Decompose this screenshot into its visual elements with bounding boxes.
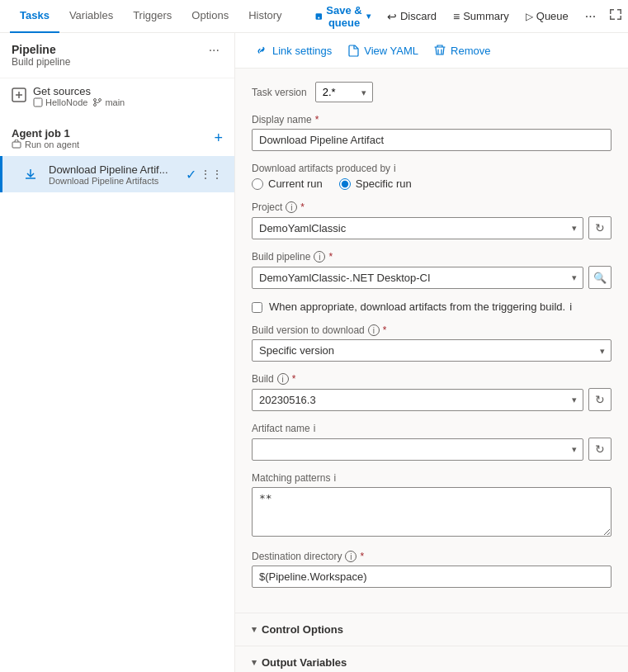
radio-group: Current run Specific run	[252, 177, 611, 190]
download-artifacts-info-icon[interactable]: i	[394, 163, 396, 174]
remove-button[interactable]: Remove	[427, 40, 497, 61]
discard-button[interactable]: ↩ Discard	[380, 6, 443, 27]
get-sources-meta: HelloNode main	[33, 97, 125, 107]
radio-current-run-input[interactable]	[252, 178, 263, 190]
artifact-name-refresh-button[interactable]: ↻	[588, 438, 611, 461]
view-yaml-button[interactable]: View YAML	[340, 40, 425, 61]
download-artifacts-row: Download artifacts produced by i Current…	[252, 163, 611, 190]
task-version-select[interactable]: 2.*	[315, 82, 373, 102]
task-icon	[19, 163, 42, 186]
build-pipeline-dropdown-wrapper: DemoYamlClassic-.NET Desktop-CI ▾	[252, 267, 583, 289]
display-name-input[interactable]	[252, 129, 611, 151]
artifact-name-dropdown-wrapper: ▾	[252, 438, 583, 461]
task-version-select-wrapper: 2.*	[315, 82, 373, 102]
build-pipeline-info-icon[interactable]: i	[314, 251, 325, 263]
expand-button[interactable]	[602, 4, 628, 28]
build-refresh-icon: ↻	[595, 393, 605, 406]
save-icon	[315, 10, 323, 23]
more-actions-button[interactable]: ···	[578, 5, 602, 28]
agent-job-header: Agent job 1 Run on agent +	[0, 121, 234, 156]
get-sources-label: Get sources	[33, 85, 125, 97]
artifact-name-info-icon[interactable]: i	[314, 423, 316, 434]
triggering-build-label: When appropriate, download artifacts fro…	[269, 301, 572, 313]
project-refresh-button[interactable]: ↻	[588, 216, 611, 239]
triggering-build-row: When appropriate, download artifacts fro…	[252, 301, 611, 313]
build-label: Build i	[252, 373, 611, 385]
top-nav: Tasks Variables Triggers Options History…	[0, 0, 628, 33]
queue-button[interactable]: ▷ Queue	[519, 6, 575, 26]
artifact-name-refresh-icon: ↻	[595, 442, 605, 456]
tab-triggers[interactable]: Triggers	[123, 0, 182, 33]
task-name: Download Pipeline Artif...	[49, 163, 179, 176]
radio-current-run[interactable]: Current run	[252, 177, 323, 190]
task-drag-icon[interactable]: ⋮⋮	[200, 168, 223, 181]
matching-patterns-info-icon[interactable]: i	[333, 472, 336, 484]
tab-variables[interactable]: Variables	[59, 0, 123, 33]
project-label: Project i	[252, 201, 611, 213]
project-refresh-icon: ↻	[595, 221, 605, 234]
build-version-info-icon[interactable]: i	[368, 324, 380, 336]
build-pipeline-select[interactable]: DemoYamlClassic-.NET Desktop-CI	[252, 267, 583, 289]
project-row: Project i DemoYamlClassic ▾ ↻	[252, 201, 611, 239]
expand-icon	[609, 8, 622, 21]
summary-icon: ≡	[453, 10, 460, 23]
agent-icon	[12, 140, 21, 149]
triggering-build-info-icon[interactable]: i	[569, 301, 572, 313]
build-pipeline-row: Build pipeline i DemoYamlClassic-.NET De…	[252, 251, 611, 289]
get-sources-branch: main	[92, 97, 125, 107]
destination-dir-row: Destination directory i	[252, 551, 611, 588]
task-version-label: Task version	[252, 87, 307, 98]
pipeline-subtitle: Build pipeline	[12, 56, 70, 68]
destination-dir-info-icon[interactable]: i	[345, 551, 356, 562]
build-pipeline-dropdown-row: DemoYamlClassic-.NET Desktop-CI ▾ 🔍	[252, 266, 611, 289]
left-panel: Pipeline Build pipeline ··· Get sources …	[0, 33, 235, 672]
download-pipeline-icon	[23, 167, 38, 182]
build-dropdown-wrapper: 20230516.3 ▾	[252, 389, 583, 411]
artifact-name-row: Artifact name i ▾ ↻	[252, 423, 611, 461]
pipeline-more-button[interactable]: ···	[205, 43, 223, 58]
display-name-label: Display name	[252, 114, 611, 125]
branch-icon	[92, 97, 102, 107]
task-subtitle: Download Pipeline Artifacts	[49, 176, 179, 186]
build-version-dropdown-wrapper: Specific version ▾	[252, 339, 611, 362]
project-dropdown-wrapper: DemoYamlClassic ▾	[252, 217, 583, 239]
radio-specific-run-input[interactable]	[339, 178, 351, 190]
link-settings-button[interactable]: Link settings	[248, 40, 338, 61]
radio-specific-run[interactable]: Specific run	[339, 177, 412, 190]
build-refresh-button[interactable]: ↻	[588, 388, 611, 411]
pipeline-title: Pipeline	[12, 43, 70, 56]
build-pipeline-search-button[interactable]: 🔍	[588, 266, 611, 289]
add-task-button[interactable]: +	[214, 130, 223, 147]
destination-dir-input[interactable]	[252, 566, 611, 588]
build-pipeline-label: Build pipeline i	[252, 251, 611, 263]
task-action-icons: ✓ ⋮⋮	[186, 167, 223, 182]
save-queue-button[interactable]: Save & queue ▾	[309, 0, 377, 33]
project-select[interactable]: DemoYamlClassic	[252, 217, 583, 239]
agent-job-sub: Run on agent	[12, 140, 79, 149]
control-options-label: Control Options	[262, 623, 343, 636]
tab-options[interactable]: Options	[182, 0, 238, 33]
build-info-icon[interactable]: i	[277, 373, 289, 385]
discard-icon: ↩	[387, 10, 397, 23]
project-info-icon[interactable]: i	[286, 201, 297, 213]
control-options-section[interactable]: ▾ Control Options	[235, 613, 628, 646]
svg-point-3	[99, 99, 102, 102]
get-sources-repo: HelloNode	[33, 97, 87, 107]
form-area: Task version 2.* Display name Download a…	[235, 69, 628, 613]
summary-button[interactable]: ≡ Summary	[446, 6, 516, 27]
triggering-build-checkbox[interactable]	[252, 302, 262, 313]
svg-rect-5	[12, 142, 21, 148]
output-variables-section[interactable]: ▾ Output Variables	[235, 646, 628, 672]
project-dropdown-row: DemoYamlClassic ▾ ↻	[252, 216, 611, 239]
task-item[interactable]: Download Pipeline Artif... Download Pipe…	[0, 156, 234, 192]
artifact-name-dropdown-row: ▾ ↻	[252, 438, 611, 461]
task-check-icon: ✓	[186, 167, 196, 182]
build-pipeline-search-icon: 🔍	[593, 272, 607, 284]
matching-patterns-textarea[interactable]: **	[252, 487, 611, 537]
yaml-icon	[347, 44, 360, 57]
build-select[interactable]: 20230516.3	[252, 389, 583, 411]
tab-history[interactable]: History	[238, 0, 291, 33]
build-version-select[interactable]: Specific version	[252, 339, 611, 362]
tab-tasks[interactable]: Tasks	[10, 0, 59, 33]
artifact-name-select[interactable]	[252, 438, 583, 461]
